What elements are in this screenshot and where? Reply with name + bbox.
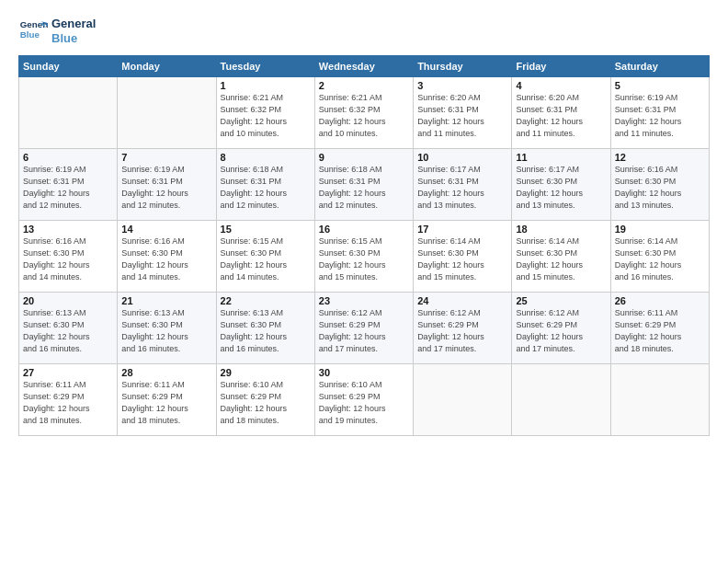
- day-number: 9: [319, 152, 409, 163]
- day-number: 30: [319, 367, 409, 378]
- day-number: 20: [23, 295, 113, 306]
- calendar-week-row: 6Sunrise: 6:19 AM Sunset: 6:31 PM Daylig…: [19, 149, 710, 221]
- logo: General Blue General Blue: [18, 17, 96, 46]
- calendar-cell: 24Sunrise: 6:12 AM Sunset: 6:29 PM Dayli…: [414, 293, 512, 364]
- day-number: 29: [221, 367, 311, 378]
- day-info: Sunrise: 6:12 AM Sunset: 6:29 PM Dayligh…: [417, 307, 507, 355]
- calendar-week-row: 1Sunrise: 6:21 AM Sunset: 6:32 PM Daylig…: [19, 77, 710, 149]
- calendar-cell: 11Sunrise: 6:17 AM Sunset: 6:30 PM Dayli…: [512, 149, 610, 221]
- day-info: Sunrise: 6:19 AM Sunset: 6:31 PM Dayligh…: [121, 164, 211, 212]
- calendar-week-row: 27Sunrise: 6:11 AM Sunset: 6:29 PM Dayli…: [19, 364, 710, 436]
- weekday-header-sunday: Sunday: [19, 56, 118, 77]
- calendar-cell: 30Sunrise: 6:10 AM Sunset: 6:29 PM Dayli…: [314, 364, 413, 436]
- calendar-cell: 3Sunrise: 6:20 AM Sunset: 6:31 PM Daylig…: [414, 77, 512, 149]
- calendar-cell: 10Sunrise: 6:17 AM Sunset: 6:31 PM Dayli…: [414, 149, 512, 221]
- calendar-cell: 21Sunrise: 6:13 AM Sunset: 6:30 PM Dayli…: [118, 293, 216, 364]
- day-info: Sunrise: 6:20 AM Sunset: 6:31 PM Dayligh…: [417, 92, 507, 140]
- day-info: Sunrise: 6:19 AM Sunset: 6:31 PM Dayligh…: [23, 164, 113, 212]
- day-number: 5: [615, 80, 705, 91]
- day-info: Sunrise: 6:20 AM Sunset: 6:31 PM Dayligh…: [516, 92, 606, 140]
- day-number: 2: [319, 80, 409, 91]
- calendar-cell: 16Sunrise: 6:15 AM Sunset: 6:30 PM Dayli…: [314, 221, 413, 293]
- day-info: Sunrise: 6:15 AM Sunset: 6:30 PM Dayligh…: [221, 236, 311, 283]
- calendar-cell: [19, 77, 118, 149]
- day-number: 18: [516, 224, 606, 235]
- weekday-header-saturday: Saturday: [610, 56, 709, 77]
- calendar-cell: 28Sunrise: 6:11 AM Sunset: 6:29 PM Dayli…: [118, 364, 216, 436]
- calendar-cell: [610, 364, 709, 436]
- day-info: Sunrise: 6:11 AM Sunset: 6:29 PM Dayligh…: [121, 379, 211, 427]
- svg-text:Blue: Blue: [20, 29, 40, 40]
- day-info: Sunrise: 6:16 AM Sunset: 6:30 PM Dayligh…: [23, 236, 113, 283]
- calendar-cell: 2Sunrise: 6:21 AM Sunset: 6:32 PM Daylig…: [314, 77, 413, 149]
- day-number: 16: [319, 224, 409, 235]
- day-number: 15: [221, 224, 311, 235]
- day-number: 11: [516, 152, 606, 163]
- day-info: Sunrise: 6:21 AM Sunset: 6:32 PM Dayligh…: [319, 92, 409, 140]
- calendar-cell: 5Sunrise: 6:19 AM Sunset: 6:31 PM Daylig…: [610, 77, 709, 149]
- day-number: 3: [417, 80, 507, 91]
- day-number: 25: [516, 295, 606, 306]
- calendar-cell: 25Sunrise: 6:12 AM Sunset: 6:29 PM Dayli…: [512, 293, 610, 364]
- calendar-table: SundayMondayTuesdayWednesdayThursdayFrid…: [18, 55, 710, 436]
- logo-icon: General Blue: [18, 17, 48, 46]
- calendar-cell: [414, 364, 512, 436]
- day-info: Sunrise: 6:13 AM Sunset: 6:30 PM Dayligh…: [221, 307, 311, 355]
- day-info: Sunrise: 6:11 AM Sunset: 6:29 PM Dayligh…: [23, 379, 113, 427]
- calendar-cell: 27Sunrise: 6:11 AM Sunset: 6:29 PM Dayli…: [19, 364, 118, 436]
- calendar-cell: 17Sunrise: 6:14 AM Sunset: 6:30 PM Dayli…: [414, 221, 512, 293]
- calendar-cell: 22Sunrise: 6:13 AM Sunset: 6:30 PM Dayli…: [216, 293, 314, 364]
- calendar-cell: 18Sunrise: 6:14 AM Sunset: 6:30 PM Dayli…: [512, 221, 610, 293]
- day-info: Sunrise: 6:10 AM Sunset: 6:29 PM Dayligh…: [319, 379, 409, 427]
- calendar-cell: 7Sunrise: 6:19 AM Sunset: 6:31 PM Daylig…: [118, 149, 216, 221]
- day-info: Sunrise: 6:13 AM Sunset: 6:30 PM Dayligh…: [121, 307, 211, 355]
- calendar-cell: 8Sunrise: 6:18 AM Sunset: 6:31 PM Daylig…: [216, 149, 314, 221]
- weekday-header-monday: Monday: [118, 56, 216, 77]
- day-number: 13: [23, 224, 113, 235]
- day-info: Sunrise: 6:18 AM Sunset: 6:31 PM Dayligh…: [221, 164, 311, 212]
- day-info: Sunrise: 6:18 AM Sunset: 6:31 PM Dayligh…: [319, 164, 409, 212]
- calendar-cell: 4Sunrise: 6:20 AM Sunset: 6:31 PM Daylig…: [512, 77, 610, 149]
- weekday-header-friday: Friday: [512, 56, 610, 77]
- day-number: 8: [221, 152, 311, 163]
- day-number: 22: [221, 295, 311, 306]
- day-number: 24: [417, 295, 507, 306]
- day-info: Sunrise: 6:14 AM Sunset: 6:30 PM Dayligh…: [417, 236, 507, 283]
- day-info: Sunrise: 6:16 AM Sunset: 6:30 PM Dayligh…: [615, 164, 705, 212]
- calendar-cell: 1Sunrise: 6:21 AM Sunset: 6:32 PM Daylig…: [216, 77, 314, 149]
- day-info: Sunrise: 6:21 AM Sunset: 6:32 PM Dayligh…: [221, 92, 311, 140]
- day-number: 21: [121, 295, 211, 306]
- day-info: Sunrise: 6:12 AM Sunset: 6:29 PM Dayligh…: [516, 307, 606, 355]
- day-info: Sunrise: 6:10 AM Sunset: 6:29 PM Dayligh…: [221, 379, 311, 427]
- day-number: 27: [23, 367, 113, 378]
- day-info: Sunrise: 6:14 AM Sunset: 6:30 PM Dayligh…: [516, 236, 606, 283]
- day-info: Sunrise: 6:16 AM Sunset: 6:30 PM Dayligh…: [121, 236, 211, 283]
- page-header: General Blue General Blue: [18, 17, 710, 46]
- calendar-cell: 9Sunrise: 6:18 AM Sunset: 6:31 PM Daylig…: [314, 149, 413, 221]
- day-info: Sunrise: 6:14 AM Sunset: 6:30 PM Dayligh…: [615, 236, 705, 283]
- weekday-header-tuesday: Tuesday: [216, 56, 314, 77]
- calendar-week-row: 13Sunrise: 6:16 AM Sunset: 6:30 PM Dayli…: [19, 221, 710, 293]
- day-info: Sunrise: 6:12 AM Sunset: 6:29 PM Dayligh…: [319, 307, 409, 355]
- day-number: 7: [121, 152, 211, 163]
- day-info: Sunrise: 6:17 AM Sunset: 6:30 PM Dayligh…: [516, 164, 606, 212]
- weekday-header-wednesday: Wednesday: [314, 56, 413, 77]
- day-number: 28: [121, 367, 211, 378]
- day-info: Sunrise: 6:17 AM Sunset: 6:31 PM Dayligh…: [417, 164, 507, 212]
- day-number: 23: [319, 295, 409, 306]
- logo-text: General Blue: [51, 17, 96, 45]
- calendar-cell: 14Sunrise: 6:16 AM Sunset: 6:30 PM Dayli…: [118, 221, 216, 293]
- calendar-cell: 20Sunrise: 6:13 AM Sunset: 6:30 PM Dayli…: [19, 293, 118, 364]
- day-info: Sunrise: 6:19 AM Sunset: 6:31 PM Dayligh…: [615, 92, 705, 140]
- calendar-cell: 15Sunrise: 6:15 AM Sunset: 6:30 PM Dayli…: [216, 221, 314, 293]
- calendar-week-row: 20Sunrise: 6:13 AM Sunset: 6:30 PM Dayli…: [19, 293, 710, 364]
- day-number: 10: [417, 152, 507, 163]
- day-number: 4: [516, 80, 606, 91]
- day-info: Sunrise: 6:13 AM Sunset: 6:30 PM Dayligh…: [23, 307, 113, 355]
- day-number: 6: [23, 152, 113, 163]
- day-number: 17: [417, 224, 507, 235]
- calendar-cell: 29Sunrise: 6:10 AM Sunset: 6:29 PM Dayli…: [216, 364, 314, 436]
- day-number: 26: [615, 295, 705, 306]
- calendar-cell: [118, 77, 216, 149]
- day-number: 12: [615, 152, 705, 163]
